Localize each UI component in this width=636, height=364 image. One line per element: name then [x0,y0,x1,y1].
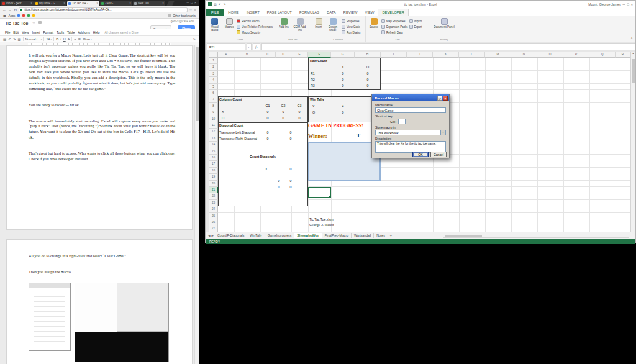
export-button[interactable]: Export [409,24,422,29]
visual-basic-button[interactable]: Visual Basic [207,18,222,32]
macro-name-input[interactable]: ClearGame [375,107,446,113]
cell-wintally-x-label[interactable]: X [312,105,315,108]
menu-insert[interactable]: Insert [32,30,40,34]
italic-icon[interactable]: I [60,37,61,41]
tab-data[interactable]: DATA [323,9,340,16]
column-header-I[interactable]: I [381,52,407,58]
cell-raw-header-x[interactable]: X [338,66,347,69]
more-dropdown[interactable]: More▾ [83,37,92,41]
column-header-G[interactable]: G [331,52,355,58]
align-left-icon[interactable]: ≡ [74,37,76,41]
cell-colcount-o-c1[interactable]: 0 [263,117,272,120]
cell-game-status[interactable]: GAME IN PROGRESS! [308,122,363,129]
horizontal-scrollbar[interactable] [443,234,629,238]
cell-diag-x-value[interactable]: 0 [286,168,295,171]
cell-transpose-left-v1[interactable]: 0 [263,131,272,134]
sheet-nav-right-icon[interactable]: ▶ [212,234,214,237]
row-header-2[interactable]: 2 [209,64,218,70]
cancel-button[interactable]: Cancel [430,152,447,157]
other-bookmarks[interactable]: Other bookmarks [173,14,196,17]
insert-control-button[interactable]: Insert [313,18,324,29]
cell-raw-r1-x[interactable]: 0 [338,72,347,75]
new-tab-button[interactable] [166,1,174,6]
column-header-N[interactable]: N [511,52,537,58]
cell-colcount-x-label[interactable]: X [222,111,224,114]
row-header-3[interactable]: 3 [209,71,218,77]
browser-tab-inbox[interactable]: Inbox - geor...× [1,1,34,6]
column-header-L[interactable]: L [459,52,485,58]
cell-raw-header-o[interactable]: O [363,66,372,69]
sheet-tab-wintally[interactable]: WinTally [247,233,265,238]
browser-maximize-button[interactable]: □ [191,1,193,4]
cell-author[interactable]: George J. Mount [309,224,334,227]
tab-formulas[interactable]: FORMULAS [296,9,323,16]
underline-icon[interactable]: U [63,37,66,41]
reload-icon[interactable]: ↻ [14,8,17,12]
cell-colcount-o-c2[interactable]: 0 [279,117,288,120]
doc-folder-icon[interactable] [38,21,42,24]
tab-close-icon[interactable]: × [129,2,131,5]
cell-colcount-x-c1[interactable]: 0 [263,111,272,114]
sheet-tab-wartsandall[interactable]: Wartsandall [352,233,374,238]
sheet-tab-showwhowon[interactable]: ShowwhoWon [294,233,322,238]
fx-icon[interactable]: fx [253,43,260,50]
record-macro-button[interactable]: Record Macro [237,19,273,24]
apps-grid-icon[interactable]: ▦ [3,14,6,17]
expansion-packs-button[interactable]: Expansion Packs [381,24,408,29]
dialog-help-button[interactable]: ? [437,96,442,101]
cell-raw-r3-o[interactable]: 0 [363,84,372,88]
excel-restore-button[interactable]: □ [627,2,629,6]
row-header-10[interactable]: 10 [209,116,218,122]
name-box[interactable]: F21 [207,43,245,50]
cell-diag-zero[interactable]: 0 [286,186,295,189]
name-box-dropdown-icon[interactable]: ▾ [247,43,252,50]
back-icon[interactable]: ← [2,8,6,12]
cell-colcount-o-c3[interactable]: 0 [295,117,304,120]
menu-tools[interactable]: Tools [57,30,64,34]
tic-tac-toe-board[interactable] [308,142,381,181]
menu-file[interactable]: File [5,30,10,34]
view-code-button[interactable]: View Code [342,24,360,29]
vertical-scrollbar[interactable]: ▲ [630,52,635,232]
refresh-data-button[interactable]: Refresh Data [381,30,408,35]
column-header-E[interactable]: E [291,52,308,58]
column-header-J[interactable]: J [407,52,433,58]
browser-tab-newtab[interactable]: New Tab× [133,1,165,6]
text-color-icon[interactable]: A [68,37,70,41]
column-header-H[interactable]: H [355,52,381,58]
bookmark-favicon[interactable] [27,14,30,17]
map-properties-button[interactable]: Map Properties [381,19,408,24]
fill-handle[interactable] [329,196,331,198]
doc-star-icon[interactable]: ☆ [32,21,35,25]
row-header-17[interactable]: 17 [209,161,218,167]
tab-close-icon[interactable]: × [96,2,98,5]
macro-security-button[interactable]: Macro Security [237,30,273,35]
row-header-8[interactable]: 8 [209,103,218,109]
cell-c3-header[interactable]: C3 [295,104,304,107]
cell-diag-zero[interactable]: 0 [286,180,295,183]
column-header-O[interactable]: O [537,52,563,58]
collapse-ribbon-icon[interactable]: ∧ [630,36,633,40]
store-macro-select[interactable]: This Workbook ▼ [375,130,446,135]
row-header-16[interactable]: 16 [209,155,218,161]
cell-raw-count-title[interactable]: Raw Count [310,60,327,63]
column-header-D[interactable]: D [276,52,291,58]
print-icon[interactable]: ▤ [3,37,6,41]
embedded-screenshot-2[interactable] [75,283,169,362]
sheet-nav-left-icon[interactable]: ◀ [208,234,211,237]
cell-wintally-o-label[interactable]: O [312,111,315,114]
row-header-26[interactable]: 26 [209,219,218,225]
column-header-F[interactable]: F [308,52,331,58]
column-header-Q[interactable]: Q [589,52,616,58]
column-header-R[interactable]: R [616,52,630,58]
document-page-1[interactable]: It will ask you for a Macro Name. Let's … [6,45,193,230]
column-header-A[interactable]: A [218,52,234,58]
menu-format[interactable]: Format [43,30,53,34]
column-header-M[interactable]: M [485,52,511,58]
cell-wintally-x-value[interactable]: 4 [338,105,347,108]
cell-column-count-title[interactable]: Column Count [219,98,242,101]
cell-colcount-x-c2[interactable]: 0 [279,111,288,114]
tab-close-icon[interactable]: × [30,2,32,5]
cell-transpose-right-label[interactable]: Transpose Right Diagonal [219,137,257,140]
cell-transpose-left-v2[interactable]: 0 [286,131,295,134]
